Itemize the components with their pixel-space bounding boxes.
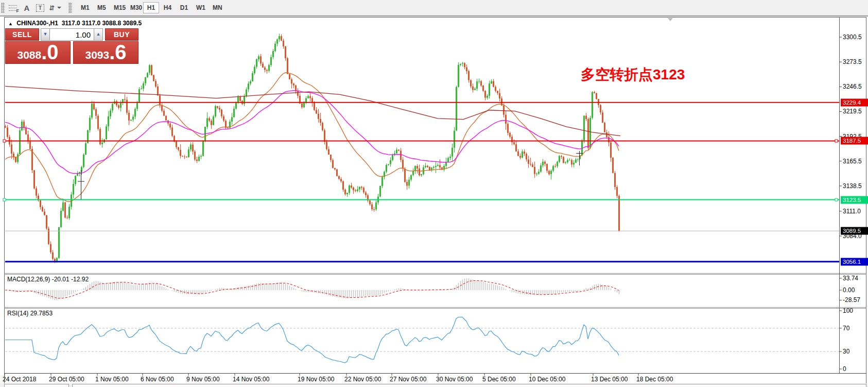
line-endpoint-marker[interactable] [3, 198, 6, 201]
toolbar-grip[interactable] [1, 3, 5, 13]
time-tick-label: 18 Dec 05:00 [636, 376, 673, 383]
time-tick-label: 22 Nov 05:00 [344, 376, 381, 383]
macd-axis-label: 33.74 [843, 275, 858, 282]
rsi-axis-label: 70 [843, 325, 849, 332]
price-tick-label: 3273.5 [843, 58, 862, 65]
price-line-badge: 3056.1 [841, 258, 868, 265]
price-tick-label: 3219.5 [843, 108, 862, 115]
sell-button[interactable]: SELL [5, 28, 39, 41]
timeframe-button-m15[interactable]: M15 [110, 2, 126, 13]
tab-strip-area [72, 384, 866, 387]
line-endpoint-marker[interactable] [835, 140, 838, 142]
price-line-badge: 3229.4 [841, 98, 868, 106]
chart-tab-strip [0, 383, 868, 387]
collapse-triangle-icon[interactable]: ▲ [8, 21, 13, 26]
top-toolbar: F A T ⇵ M1M5M15M30H1H4D1W1MN [0, 0, 868, 16]
price-line-badge: 3123.5 [841, 196, 868, 204]
price-axis[interactable] [840, 18, 867, 373]
line-endpoint-marker[interactable] [835, 198, 838, 201]
time-tick-label: 24 Oct 2018 [3, 376, 36, 383]
price-tick-label: 3165.5 [843, 158, 862, 165]
sell-price-int: 3088 [17, 49, 41, 61]
price-tick-label: 3111.0 [843, 208, 861, 215]
macd-signal-line [5, 280, 619, 298]
time-tick-label: 5 Dec 05:00 [482, 376, 516, 383]
chart-text-annotation[interactable]: 多空转折点3123 [581, 65, 685, 85]
volume-decrease-button[interactable]: ▼ [41, 28, 50, 41]
text-label-tool-button[interactable]: T [33, 2, 47, 14]
rsi-axis-label: 0 [843, 365, 846, 373]
chart-tab[interactable] [4, 384, 69, 387]
price-line-badge: 3187.5 [841, 137, 868, 145]
buy-button[interactable]: BUY [105, 28, 138, 41]
candlestick-series [5, 33, 620, 263]
time-tick-label: 27 Nov 05:00 [390, 376, 426, 383]
time-tick-label: 1 Nov 05:00 [95, 376, 129, 383]
rsi-axis-label: 100 [843, 307, 853, 314]
timeframe-button-m1[interactable]: M1 [77, 2, 93, 13]
text-tool-button[interactable]: A [20, 2, 33, 14]
timeframe-button-m5[interactable]: M5 [94, 2, 110, 13]
ohlc-values: 3117.0 3117.0 3088.8 3089.5 [62, 20, 142, 27]
text-label-tool-icon: T [36, 4, 44, 12]
arrows-tool-button[interactable]: ⇵ [47, 2, 63, 14]
dropdown-caret-icon [57, 7, 61, 9]
volume-input[interactable] [50, 28, 94, 41]
price-tick-label: 3246.5 [843, 83, 862, 90]
timeframe-button-mn[interactable]: MN [209, 2, 225, 13]
rsi-axis-label: 30 [843, 348, 849, 355]
time-tick-label: 19 Nov 05:00 [298, 376, 334, 383]
line-endpoint-marker[interactable] [3, 140, 6, 142]
text-tool-icon: A [24, 4, 30, 12]
timeframe-button-h4[interactable]: H4 [160, 2, 176, 13]
time-tick-label: 10 Dec 05:00 [529, 376, 565, 383]
symbol-ohlc-header: ▲ CHINA300-,H1 3117.0 3117.0 3088.8 3089… [8, 20, 142, 27]
price-tick-label: 3138.5 [843, 182, 862, 190]
arrows-tool-icon: ⇵ [49, 4, 55, 12]
macd-axis-label: -28.57 [843, 296, 860, 304]
fibonacci-tool-button[interactable]: F [7, 2, 20, 14]
symbol-label: CHINA300-,H1 [16, 20, 58, 27]
buy-price-int: 3093 [85, 49, 109, 61]
timeframe-button-w1[interactable]: W1 [193, 2, 209, 13]
rsi-indicator-label: RSI(14) 29.7853 [7, 310, 53, 317]
volume-increase-button[interactable]: ▲ [94, 28, 103, 41]
price-tick-label: 3300.5 [843, 33, 862, 41]
macd-indicator-label: MACD(12,26,9) -20.01 -12.92 [7, 276, 89, 283]
timeframe-button-m30[interactable]: M30 [127, 2, 143, 13]
time-tick-label: 29 Oct 05:00 [49, 376, 84, 383]
buy-price-dec: .6 [109, 42, 126, 62]
time-tick-label: 9 Nov 05:00 [186, 376, 220, 383]
time-tick-label: 14 Nov 05:00 [233, 376, 269, 383]
time-tick-label: 6 Nov 05:00 [141, 376, 174, 383]
sell-price-dec: .0 [41, 42, 58, 62]
one-click-trade-panel: SELL ▼ ▲ BUY 3088 .0 3093 .6 [5, 28, 138, 64]
current-price-badge: 3089.5 [841, 227, 868, 235]
timeframe-button-h1[interactable]: H1 [143, 2, 159, 13]
macd-histogram [6, 278, 619, 300]
buy-price-button[interactable]: 3093 .6 [73, 41, 138, 64]
sell-price-button[interactable]: 3088 .0 [5, 41, 71, 64]
timeframe-button-d1[interactable]: D1 [176, 2, 192, 13]
toolbar-grip[interactable] [68, 3, 72, 13]
timeframe-bar: M1M5M15M30H1H4D1W1MN [77, 2, 225, 13]
chart-shift-marker-icon [668, 18, 673, 21]
time-tick-label: 30 Nov 05:00 [436, 376, 473, 383]
rsi-line [5, 317, 619, 362]
time-tick-label: 13 Dec 05:00 [591, 376, 628, 383]
fibonacci-retracement-icon: F [9, 4, 18, 12]
macd-axis-label: 0.00 [843, 287, 855, 294]
